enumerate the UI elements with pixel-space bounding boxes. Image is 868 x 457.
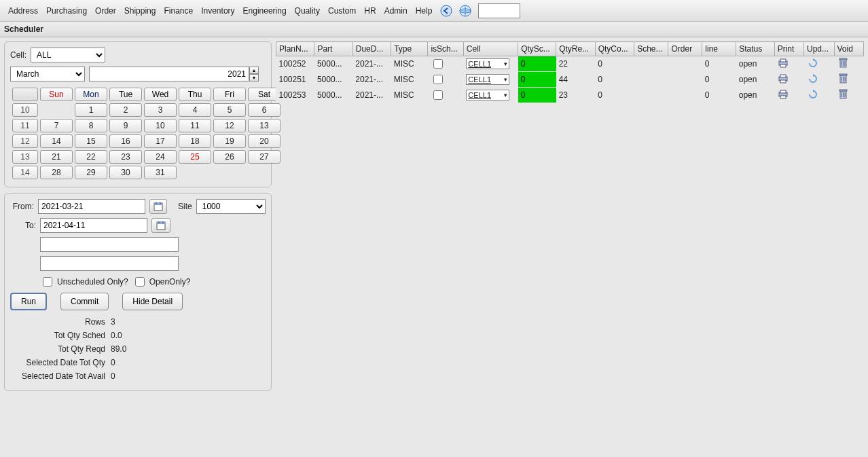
calendar-day-26[interactable]: 26	[213, 150, 246, 164]
calendar-day-12[interactable]: 12	[213, 119, 246, 132]
calendar-year-input[interactable]	[89, 67, 249, 81]
col-header[interactable]: Cell	[463, 42, 518, 56]
calendar-day-11[interactable]: 11	[179, 119, 211, 132]
void-row-button[interactable]	[837, 89, 849, 100]
calendar-month-select[interactable]: March	[10, 67, 85, 81]
calendar-day-30[interactable]: 30	[109, 166, 142, 179]
openonly-checkbox-input[interactable]	[135, 277, 145, 287]
calendar-day-28[interactable]: 28	[40, 166, 73, 179]
update-row-button[interactable]	[807, 73, 819, 84]
calendar-day-14[interactable]: 14	[40, 134, 73, 148]
to-date-input[interactable]	[40, 218, 147, 233]
void-row-button[interactable]	[837, 58, 849, 69]
update-row-button[interactable]	[807, 58, 819, 69]
menu-address[interactable]: Address	[4, 3, 42, 18]
col-header[interactable]: DueD...	[352, 42, 391, 56]
unscheduled-checkbox-input[interactable]	[43, 277, 52, 287]
cell-filter-select[interactable]: ALL	[31, 48, 105, 62]
calendar-day-7[interactable]: 7	[40, 119, 73, 132]
print-row-button[interactable]	[777, 89, 789, 100]
menu-inventory[interactable]: Inventory	[197, 3, 238, 18]
is-scheduled-checkbox[interactable]	[433, 75, 443, 84]
col-header[interactable]: QtyCo...	[595, 42, 634, 56]
hide-detail-button[interactable]: Hide Detail	[122, 293, 183, 310]
table-row[interactable]: 1002515000...2021-...MISCCELL104400open	[276, 72, 864, 88]
calendar-day-3[interactable]: 3	[144, 103, 177, 117]
menu-search-input[interactable]	[478, 3, 520, 18]
cell-select[interactable]: CELL1	[466, 90, 509, 100]
print-row-button[interactable]	[777, 73, 789, 84]
calendar-day-10[interactable]: 10	[144, 119, 177, 132]
col-header[interactable]: Void	[834, 42, 864, 56]
calendar-day-16[interactable]: 16	[109, 134, 142, 148]
menu-finance[interactable]: Finance	[160, 3, 197, 18]
calendar-day-1[interactable]: 1	[75, 103, 107, 117]
calendar-week-14[interactable]: 14	[12, 166, 38, 179]
col-header[interactable]: Print	[774, 42, 803, 56]
run-button[interactable]: Run	[10, 293, 47, 310]
col-header[interactable]: Upd...	[804, 42, 834, 56]
col-header[interactable]: Status	[736, 42, 774, 56]
table-row[interactable]: 1002525000...2021-...MISCCELL102200open	[276, 56, 864, 72]
menu-help[interactable]: Help	[412, 3, 437, 18]
calendar-week-10[interactable]: 10	[12, 103, 38, 117]
nav-globe-button[interactable]	[456, 3, 474, 18]
void-row-button[interactable]	[837, 73, 849, 84]
update-row-button[interactable]	[807, 89, 819, 100]
site-select[interactable]: 1000	[196, 199, 266, 214]
commit-button[interactable]: Commit	[60, 293, 109, 310]
calendar-day-5[interactable]: 5	[213, 103, 246, 117]
menu-custom[interactable]: Custom	[324, 3, 360, 18]
print-row-button[interactable]	[777, 58, 789, 69]
calendar-day-29[interactable]: 29	[75, 166, 107, 179]
calendar-day-25[interactable]: 25	[179, 150, 211, 164]
calendar-day-24[interactable]: 24	[144, 150, 177, 164]
col-header[interactable]: Type	[391, 42, 428, 56]
open-only-checkbox[interactable]: OpenOnly?	[132, 275, 191, 289]
menu-order[interactable]: Order	[91, 3, 120, 18]
calendar-day-31[interactable]: 31	[144, 166, 177, 179]
col-header[interactable]: Order	[668, 42, 702, 56]
filter-extra-2[interactable]	[40, 256, 179, 271]
calendar-day-19[interactable]: 19	[213, 134, 246, 148]
table-row[interactable]: 1002535000...2021-...MISCCELL102300open	[276, 88, 864, 103]
col-header[interactable]: Sche...	[634, 42, 668, 56]
cell-select[interactable]: CELL1	[466, 74, 509, 85]
col-header[interactable]: Part	[314, 42, 352, 56]
year-spin-down[interactable]: ▼	[249, 74, 259, 81]
col-header[interactable]: QtySc...	[518, 42, 556, 56]
col-header[interactable]: line	[702, 42, 736, 56]
calendar-day-4[interactable]: 4	[179, 103, 211, 117]
calendar-day-8[interactable]: 8	[75, 119, 107, 132]
cell-select[interactable]: CELL1	[466, 58, 509, 69]
calendar-day-23[interactable]: 23	[109, 150, 142, 164]
filter-extra-1[interactable]	[40, 237, 179, 252]
calendar-day-9[interactable]: 9	[109, 119, 142, 132]
nav-back-button[interactable]	[437, 3, 455, 18]
is-scheduled-checkbox[interactable]	[433, 59, 443, 69]
calendar-day-2[interactable]: 2	[109, 103, 142, 117]
calendar-day-17[interactable]: 17	[144, 134, 177, 148]
calendar-day-22[interactable]: 22	[75, 150, 107, 164]
calendar-week-12[interactable]: 12	[12, 134, 38, 148]
unscheduled-only-checkbox[interactable]: Unscheduled Only?	[40, 275, 128, 289]
is-scheduled-checkbox[interactable]	[433, 90, 443, 100]
menu-hr[interactable]: HR	[360, 3, 380, 18]
calendar-week-11[interactable]: 11	[12, 119, 38, 132]
menu-admin[interactable]: Admin	[380, 3, 412, 18]
menu-shipping[interactable]: Shipping	[120, 3, 160, 18]
menu-purchasing[interactable]: Purchasing	[42, 3, 91, 18]
year-spin-up[interactable]: ▲	[249, 67, 259, 74]
menu-engineering[interactable]: Engineering	[239, 3, 291, 18]
from-date-picker[interactable]	[149, 199, 167, 214]
to-date-picker[interactable]	[151, 218, 170, 233]
calendar-week-13[interactable]: 13	[12, 150, 38, 164]
calendar-day-18[interactable]: 18	[179, 134, 211, 148]
calendar-day-21[interactable]: 21	[40, 150, 73, 164]
col-header[interactable]: QtyRe...	[556, 42, 596, 56]
col-header[interactable]: PlanN...	[276, 42, 314, 56]
from-date-input[interactable]	[38, 199, 145, 214]
calendar-day-15[interactable]: 15	[75, 134, 107, 148]
col-header[interactable]: isSch...	[428, 42, 463, 56]
menu-quality[interactable]: Quality	[291, 3, 324, 18]
